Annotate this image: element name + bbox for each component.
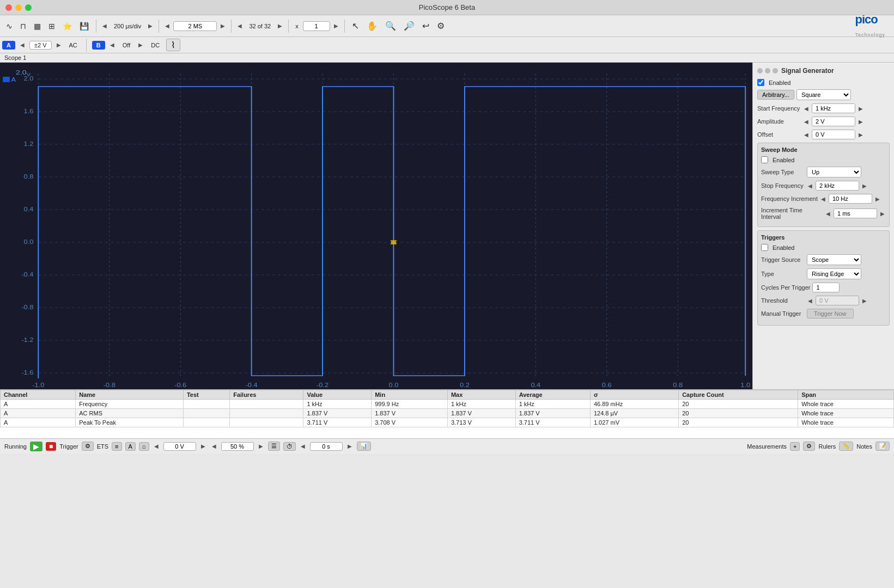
trigger-type-select[interactable]: Rising Edge Falling Edge Gate High Gate … — [807, 268, 861, 279]
xy-mode-icon[interactable]: ⊞ — [46, 20, 58, 32]
inc-time-right-arrow[interactable]: ▶ — [879, 211, 886, 217]
svg-text:1.6: 1.6 — [24, 108, 34, 114]
time-input[interactable] — [310, 442, 343, 451]
waveform-type-select[interactable]: Square Sine Triangle DC Voltage Ramp Up … — [796, 89, 851, 100]
channel-a-right[interactable]: ▶ — [55, 41, 63, 49]
svg-text:-0.8: -0.8 — [104, 382, 115, 388]
threshold-label: Threshold — [761, 297, 805, 304]
offset-right-arrow[interactable]: ▶ — [199, 442, 207, 450]
multiplier-right-arrow[interactable]: ▶ — [332, 22, 340, 30]
cycles-trigger-label: Cycles Per Trigger — [761, 284, 810, 291]
freq-inc-right-arrow[interactable]: ▶ — [874, 196, 881, 202]
samples-right-arrow[interactable]: ▶ — [219, 22, 227, 30]
freq-inc-left-arrow[interactable]: ◀ — [820, 196, 826, 202]
timebase-left-arrow[interactable]: ◀ — [101, 22, 108, 30]
stop-freq-input[interactable] — [816, 181, 859, 191]
threshold-left-arrow[interactable]: ◀ — [807, 298, 813, 304]
offset-left-arrow[interactable]: ◀ — [153, 442, 160, 450]
offset-left-arrow[interactable]: ◀ — [803, 132, 810, 138]
maximize-button[interactable] — [25, 4, 32, 11]
ruler-icon-btn[interactable]: ☰ — [268, 442, 280, 451]
inc-time-left-arrow[interactable]: ◀ — [825, 211, 831, 217]
time-right-arrow[interactable]: ▶ — [346, 442, 354, 450]
zoom-in-icon[interactable]: 🔍 — [382, 19, 399, 33]
measurements-settings-btn[interactable]: ⚙ — [803, 442, 815, 451]
separator-1 — [96, 20, 96, 33]
measurements-add-btn[interactable]: + — [790, 442, 800, 451]
inc-time-input[interactable] — [834, 209, 877, 218]
stop-button[interactable]: ■ — [46, 442, 56, 451]
start-freq-left-arrow[interactable]: ◀ — [803, 106, 810, 112]
offset-input[interactable] — [812, 130, 855, 139]
percent-right-arrow[interactable]: ▶ — [257, 442, 265, 450]
time-left-arrow[interactable]: ◀ — [299, 442, 307, 450]
square-wave-icon[interactable]: ⊓ — [17, 20, 29, 32]
channel-b-right[interactable]: ▶ — [137, 41, 144, 49]
channel-b-label: B — [92, 41, 105, 50]
save-icon[interactable]: 💾 — [77, 20, 92, 32]
ets-label: ETS — [97, 443, 108, 450]
arbitrary-button[interactable]: Arbitrary... — [757, 90, 794, 100]
amplitude-left-arrow[interactable]: ◀ — [803, 119, 810, 125]
sg-enabled-checkbox[interactable] — [757, 79, 764, 86]
samples-input[interactable] — [173, 21, 217, 31]
timebase-right-arrow[interactable]: ▶ — [147, 22, 154, 30]
timer-icon-btn[interactable]: ⏱ — [283, 442, 296, 451]
sg-amplitude-row: Amplitude ◀ ▶ — [757, 117, 890, 126]
multiplier-input[interactable] — [303, 21, 330, 31]
trigger-label: Trigger — [59, 443, 78, 450]
sweep-enabled-checkbox[interactable] — [761, 156, 768, 163]
percent-input[interactable] — [221, 442, 254, 451]
trigger-icon-btn[interactable]: ⌂ — [139, 442, 149, 451]
channel-b-left[interactable]: ◀ — [108, 41, 116, 49]
channel-b-off: Off — [119, 41, 133, 49]
sweep-type-select[interactable]: Up Down Up/Down — [807, 167, 861, 177]
settings-icon[interactable]: ⚙ — [434, 19, 447, 33]
scope-canvas[interactable]: 2.0 — [0, 63, 752, 389]
pan-tool-icon[interactable]: ✋ — [364, 19, 380, 33]
capture-right-arrow[interactable]: ▶ — [276, 22, 284, 30]
start-freq-right-arrow[interactable]: ▶ — [857, 106, 864, 112]
trigger-now-button[interactable]: Trigger Now — [807, 309, 854, 318]
ets-btn[interactable]: ≡ — [112, 442, 121, 451]
capture-left-arrow[interactable]: ◀ — [236, 22, 244, 30]
amplitude-right-arrow[interactable]: ▶ — [857, 119, 864, 125]
bar-chart-icon[interactable]: ▦ — [31, 20, 44, 32]
svg-text:ms: ms — [63, 389, 71, 389]
cursor-tool-icon[interactable]: ↖ — [349, 19, 362, 33]
waveform-icon[interactable]: ∿ — [3, 20, 15, 32]
samples-left-arrow[interactable]: ◀ — [163, 22, 171, 30]
offset-right-arrow[interactable]: ▶ — [857, 132, 864, 138]
table-row: AAC RMS1.837 V1.837 V1.837 V1.837 V124.8… — [1, 409, 894, 418]
col-test: Test — [183, 390, 229, 400]
undo-icon[interactable]: ↩ — [419, 19, 432, 33]
percent-left-arrow[interactable]: ◀ — [210, 442, 218, 450]
waveform-selector-btn[interactable]: ⌇ — [166, 39, 180, 51]
close-button[interactable] — [5, 4, 12, 11]
col-max: Max — [447, 390, 515, 400]
threshold-input[interactable] — [816, 296, 859, 305]
cycles-input[interactable] — [812, 283, 840, 292]
threshold-right-arrow[interactable]: ▶ — [861, 298, 868, 304]
freq-increment-input[interactable] — [829, 194, 872, 204]
svg-text:0.4: 0.4 — [24, 206, 34, 212]
channel-selector-btn[interactable]: A — [125, 442, 136, 451]
minimize-button[interactable] — [15, 4, 22, 11]
offset-input[interactable] — [163, 442, 196, 451]
trigger-enabled-checkbox[interactable] — [761, 244, 768, 251]
stop-freq-left-arrow[interactable]: ◀ — [807, 183, 813, 189]
rulers-btn[interactable]: 📏 — [839, 442, 853, 451]
amplitude-input[interactable] — [812, 117, 855, 126]
channel-a-left[interactable]: ◀ — [19, 41, 26, 49]
trigger-source-select[interactable]: Scope None — [807, 254, 861, 265]
timebase-value: 200 µs/div — [111, 22, 144, 30]
start-freq-input[interactable] — [812, 103, 855, 113]
bookmark-icon[interactable]: ⭐ — [60, 20, 75, 32]
sweep-type-label: Sweep Type — [761, 169, 805, 175]
play-button[interactable]: ▶ — [30, 442, 42, 451]
zoom-out-icon[interactable]: 🔎 — [401, 19, 417, 33]
stop-freq-right-arrow[interactable]: ▶ — [861, 183, 868, 189]
trigger-settings-btn[interactable]: ⚙ — [82, 442, 94, 451]
notes-btn[interactable]: 📝 — [875, 442, 890, 451]
time-icon-btn[interactable]: 📊 — [357, 442, 371, 451]
